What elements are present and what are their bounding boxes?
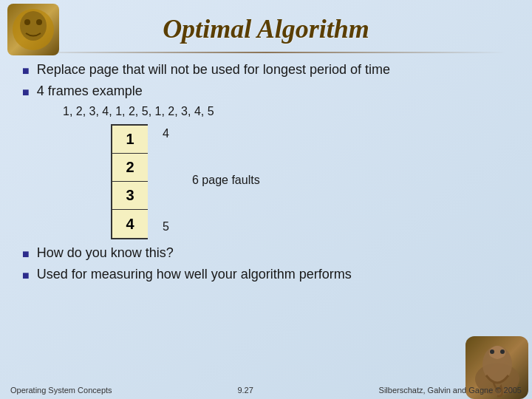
frame-cell-1: 1: [112, 126, 148, 154]
header: Optimal Algorithm: [0, 0, 532, 52]
annotation-1: 4: [163, 127, 260, 140]
frame-table: 1 2 3 4: [111, 124, 148, 239]
svg-point-6: [490, 349, 494, 354]
bullet-icon-3: ■: [22, 248, 30, 261]
slide: Optimal Algorithm ■ Replace page that wi…: [0, 0, 532, 399]
bullet-text-3: How do you know this?: [37, 245, 174, 261]
frame-cell-3: 3: [112, 182, 148, 210]
bullet-text-2: 4 frames example: [37, 83, 143, 99]
annotation-3: 5: [163, 220, 260, 233]
bullet-item-4: ■ Used for measuring how well your algor…: [22, 267, 510, 282]
bullet-icon-2: ■: [22, 86, 30, 99]
footer: Operating System Concepts 9.27 Silbersch…: [0, 386, 532, 395]
bullet-icon-1: ■: [22, 64, 30, 78]
page-title: Optimal Algorithm: [0, 13, 532, 44]
svg-point-7: [500, 349, 505, 354]
content-area: ■ Replace page that will not be used for…: [0, 62, 532, 282]
bullet-text-1: Replace page that will not be used for l…: [37, 62, 390, 78]
frame-cell-4: 4: [112, 210, 148, 238]
divider: [27, 52, 505, 53]
bullet-text-4: Used for measuring how well your algorit…: [37, 267, 352, 282]
footer-right: Silberschatz, Galvin and Gagne © 2005: [379, 386, 522, 395]
bullet-item-3: ■ How do you know this?: [22, 245, 510, 261]
bullet-item-1: ■ Replace page that will not be used for…: [22, 62, 510, 78]
sequence-text: 1, 2, 3, 4, 1, 2, 5, 1, 2, 3, 4, 5: [63, 105, 510, 118]
bullet-item-2: ■ 4 frames example: [22, 83, 510, 99]
frame-cell-2: 2: [112, 154, 148, 182]
bullet-icon-4: ■: [22, 269, 30, 282]
frame-area: 1 2 3 4 4 6 page faults 5: [111, 124, 510, 239]
footer-left: Operating System Concepts: [10, 386, 112, 395]
annotation-page-faults: 6 page faults: [163, 174, 260, 187]
footer-center: 9.27: [237, 386, 253, 395]
